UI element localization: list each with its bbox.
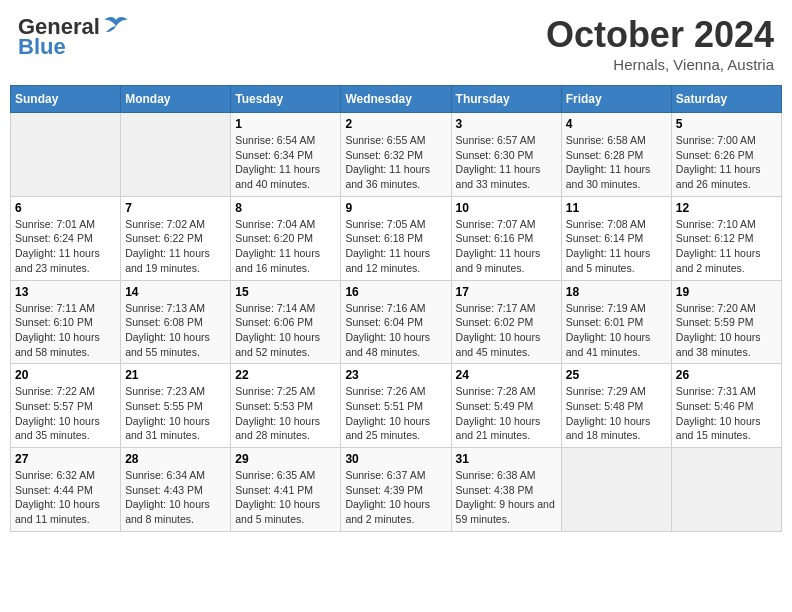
day-info: Sunrise: 7:08 AMSunset: 6:14 PMDaylight:… — [566, 217, 667, 276]
calendar-cell — [11, 113, 121, 197]
location: Hernals, Vienna, Austria — [546, 56, 774, 73]
day-number: 16 — [345, 285, 446, 299]
day-number: 3 — [456, 117, 557, 131]
day-number: 29 — [235, 452, 336, 466]
calendar-week-row: 1Sunrise: 6:54 AMSunset: 6:34 PMDaylight… — [11, 113, 782, 197]
day-number: 9 — [345, 201, 446, 215]
calendar-cell: 23Sunrise: 7:26 AMSunset: 5:51 PMDayligh… — [341, 364, 451, 448]
day-info: Sunrise: 7:29 AMSunset: 5:48 PMDaylight:… — [566, 384, 667, 443]
day-info: Sunrise: 6:37 AMSunset: 4:39 PMDaylight:… — [345, 468, 446, 527]
calendar-cell: 30Sunrise: 6:37 AMSunset: 4:39 PMDayligh… — [341, 448, 451, 532]
calendar-cell: 2Sunrise: 6:55 AMSunset: 6:32 PMDaylight… — [341, 113, 451, 197]
day-number: 6 — [15, 201, 116, 215]
calendar-cell — [671, 448, 781, 532]
calendar-cell: 24Sunrise: 7:28 AMSunset: 5:49 PMDayligh… — [451, 364, 561, 448]
day-number: 7 — [125, 201, 226, 215]
calendar-cell: 21Sunrise: 7:23 AMSunset: 5:55 PMDayligh… — [121, 364, 231, 448]
day-info: Sunrise: 6:32 AMSunset: 4:44 PMDaylight:… — [15, 468, 116, 527]
calendar-week-row: 27Sunrise: 6:32 AMSunset: 4:44 PMDayligh… — [11, 448, 782, 532]
day-number: 26 — [676, 368, 777, 382]
calendar-cell: 7Sunrise: 7:02 AMSunset: 6:22 PMDaylight… — [121, 196, 231, 280]
day-info: Sunrise: 7:04 AMSunset: 6:20 PMDaylight:… — [235, 217, 336, 276]
calendar-cell: 26Sunrise: 7:31 AMSunset: 5:46 PMDayligh… — [671, 364, 781, 448]
day-number: 12 — [676, 201, 777, 215]
day-info: Sunrise: 7:00 AMSunset: 6:26 PMDaylight:… — [676, 133, 777, 192]
calendar-header-row: SundayMondayTuesdayWednesdayThursdayFrid… — [11, 86, 782, 113]
calendar-cell: 12Sunrise: 7:10 AMSunset: 6:12 PMDayligh… — [671, 196, 781, 280]
calendar-cell: 14Sunrise: 7:13 AMSunset: 6:08 PMDayligh… — [121, 280, 231, 364]
day-info: Sunrise: 7:11 AMSunset: 6:10 PMDaylight:… — [15, 301, 116, 360]
day-number: 23 — [345, 368, 446, 382]
day-info: Sunrise: 6:34 AMSunset: 4:43 PMDaylight:… — [125, 468, 226, 527]
day-number: 19 — [676, 285, 777, 299]
day-number: 1 — [235, 117, 336, 131]
calendar-cell: 20Sunrise: 7:22 AMSunset: 5:57 PMDayligh… — [11, 364, 121, 448]
day-number: 22 — [235, 368, 336, 382]
day-info: Sunrise: 7:10 AMSunset: 6:12 PMDaylight:… — [676, 217, 777, 276]
day-number: 27 — [15, 452, 116, 466]
day-number: 10 — [456, 201, 557, 215]
calendar-header-sunday: Sunday — [11, 86, 121, 113]
day-number: 2 — [345, 117, 446, 131]
day-info: Sunrise: 7:19 AMSunset: 6:01 PMDaylight:… — [566, 301, 667, 360]
calendar-table: SundayMondayTuesdayWednesdayThursdayFrid… — [10, 85, 782, 532]
calendar-cell: 25Sunrise: 7:29 AMSunset: 5:48 PMDayligh… — [561, 364, 671, 448]
calendar-cell: 22Sunrise: 7:25 AMSunset: 5:53 PMDayligh… — [231, 364, 341, 448]
day-info: Sunrise: 6:35 AMSunset: 4:41 PMDaylight:… — [235, 468, 336, 527]
day-number: 28 — [125, 452, 226, 466]
title-block: October 2024 Hernals, Vienna, Austria — [546, 14, 774, 73]
day-number: 18 — [566, 285, 667, 299]
day-number: 31 — [456, 452, 557, 466]
day-info: Sunrise: 7:17 AMSunset: 6:02 PMDaylight:… — [456, 301, 557, 360]
day-number: 13 — [15, 285, 116, 299]
calendar-week-row: 6Sunrise: 7:01 AMSunset: 6:24 PMDaylight… — [11, 196, 782, 280]
calendar-cell: 9Sunrise: 7:05 AMSunset: 6:18 PMDaylight… — [341, 196, 451, 280]
calendar-header-monday: Monday — [121, 86, 231, 113]
day-info: Sunrise: 7:16 AMSunset: 6:04 PMDaylight:… — [345, 301, 446, 360]
calendar-cell: 28Sunrise: 6:34 AMSunset: 4:43 PMDayligh… — [121, 448, 231, 532]
calendar-cell: 27Sunrise: 6:32 AMSunset: 4:44 PMDayligh… — [11, 448, 121, 532]
calendar-cell: 4Sunrise: 6:58 AMSunset: 6:28 PMDaylight… — [561, 113, 671, 197]
day-number: 17 — [456, 285, 557, 299]
calendar-cell: 3Sunrise: 6:57 AMSunset: 6:30 PMDaylight… — [451, 113, 561, 197]
calendar-cell: 15Sunrise: 7:14 AMSunset: 6:06 PMDayligh… — [231, 280, 341, 364]
calendar-cell: 8Sunrise: 7:04 AMSunset: 6:20 PMDaylight… — [231, 196, 341, 280]
month-title: October 2024 — [546, 14, 774, 56]
day-info: Sunrise: 7:20 AMSunset: 5:59 PMDaylight:… — [676, 301, 777, 360]
day-info: Sunrise: 6:54 AMSunset: 6:34 PMDaylight:… — [235, 133, 336, 192]
calendar-cell: 1Sunrise: 6:54 AMSunset: 6:34 PMDaylight… — [231, 113, 341, 197]
logo-blue-text: Blue — [18, 34, 66, 60]
day-info: Sunrise: 7:01 AMSunset: 6:24 PMDaylight:… — [15, 217, 116, 276]
page-header: General Blue October 2024 Hernals, Vienn… — [10, 10, 782, 77]
day-info: Sunrise: 7:13 AMSunset: 6:08 PMDaylight:… — [125, 301, 226, 360]
day-number: 24 — [456, 368, 557, 382]
day-number: 5 — [676, 117, 777, 131]
day-number: 21 — [125, 368, 226, 382]
calendar-cell: 16Sunrise: 7:16 AMSunset: 6:04 PMDayligh… — [341, 280, 451, 364]
calendar-header-tuesday: Tuesday — [231, 86, 341, 113]
calendar-cell: 5Sunrise: 7:00 AMSunset: 6:26 PMDaylight… — [671, 113, 781, 197]
calendar-header-thursday: Thursday — [451, 86, 561, 113]
day-info: Sunrise: 7:25 AMSunset: 5:53 PMDaylight:… — [235, 384, 336, 443]
calendar-cell: 19Sunrise: 7:20 AMSunset: 5:59 PMDayligh… — [671, 280, 781, 364]
day-info: Sunrise: 6:58 AMSunset: 6:28 PMDaylight:… — [566, 133, 667, 192]
day-info: Sunrise: 7:02 AMSunset: 6:22 PMDaylight:… — [125, 217, 226, 276]
day-info: Sunrise: 7:05 AMSunset: 6:18 PMDaylight:… — [345, 217, 446, 276]
day-info: Sunrise: 7:28 AMSunset: 5:49 PMDaylight:… — [456, 384, 557, 443]
calendar-cell: 6Sunrise: 7:01 AMSunset: 6:24 PMDaylight… — [11, 196, 121, 280]
day-info: Sunrise: 6:55 AMSunset: 6:32 PMDaylight:… — [345, 133, 446, 192]
day-number: 30 — [345, 452, 446, 466]
day-number: 8 — [235, 201, 336, 215]
calendar-cell: 11Sunrise: 7:08 AMSunset: 6:14 PMDayligh… — [561, 196, 671, 280]
calendar-header-wednesday: Wednesday — [341, 86, 451, 113]
day-info: Sunrise: 7:23 AMSunset: 5:55 PMDaylight:… — [125, 384, 226, 443]
calendar-week-row: 13Sunrise: 7:11 AMSunset: 6:10 PMDayligh… — [11, 280, 782, 364]
day-number: 14 — [125, 285, 226, 299]
day-number: 25 — [566, 368, 667, 382]
day-info: Sunrise: 7:26 AMSunset: 5:51 PMDaylight:… — [345, 384, 446, 443]
day-info: Sunrise: 7:31 AMSunset: 5:46 PMDaylight:… — [676, 384, 777, 443]
day-info: Sunrise: 7:14 AMSunset: 6:06 PMDaylight:… — [235, 301, 336, 360]
calendar-cell: 29Sunrise: 6:35 AMSunset: 4:41 PMDayligh… — [231, 448, 341, 532]
calendar-cell — [121, 113, 231, 197]
calendar-week-row: 20Sunrise: 7:22 AMSunset: 5:57 PMDayligh… — [11, 364, 782, 448]
